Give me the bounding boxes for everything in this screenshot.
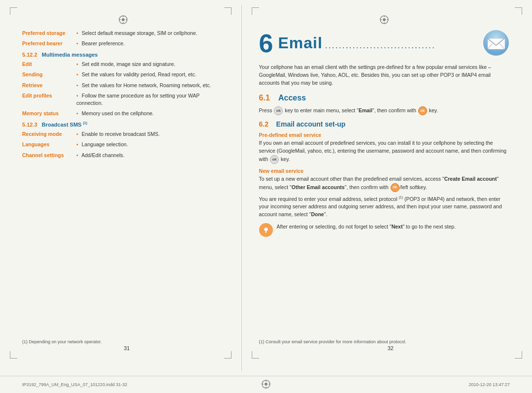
section-513-superscript: (1) [83,121,88,125]
section-61-title: 6.1 Access [259,94,510,102]
term-row-preferred-bearer: Preferred bearer • Bearer preference. [22,40,224,47]
email-icon [483,30,510,57]
desc-edit: • Set edit mode, image size and signatur… [76,61,224,68]
desc-edit-profiles: • Follow the same procedure as for setti… [76,92,224,107]
term-row-receiving-mode: Receiving mode • Enable to receive broad… [22,131,224,138]
svg-point-19 [265,383,267,386]
svg-point-1 [122,18,125,21]
svg-point-7 [383,18,386,21]
main-content: Preferred storage • Select default messa… [0,0,532,376]
right-page: 6 Email ................................ [242,0,532,376]
left-page: Preferred storage • Select default messa… [0,0,241,376]
chapter-dots: ................................ [325,40,435,51]
right-compass-top [259,15,510,26]
newservice-text1: To set up a new email account other than… [259,175,510,192]
footer-compass [261,379,271,390]
section-512-number: 5.12.2 [22,52,37,58]
chapter-header: 6 Email ................................ [259,30,510,57]
desc-preferred-bearer: • Bearer preference. [76,40,224,47]
term-row-sending: Sending • Set the values for validity pe… [22,71,224,78]
label-edit: Edit [22,61,76,68]
intro-text: Your cellphone has an email client with … [259,64,510,87]
tip-svg-icon [262,226,270,234]
label-preferred-bearer: Preferred bearer [22,40,76,47]
section-513-header: 5.12.3 Broadcast SMS (1) [22,121,224,128]
term-row-edit-profiles: Edit profiles • Follow the same procedur… [22,92,224,107]
right-corner-tl [252,7,259,15]
predefined-text: If you own an email account of predefine… [259,139,510,164]
label-edit-profiles: Edit profiles [22,92,76,99]
label-sending: Sending [22,71,76,78]
term-row-memory-status: Memory status • Memory used on the cellp… [22,110,224,117]
label-receiving-mode: Receiving mode [22,131,76,138]
section-62-num: 6.2 [259,120,268,128]
footer-datetime: 2010-12-20 13:47:27 [468,382,510,387]
newservice-text2: You are required to enter your email add… [259,195,510,219]
left-footnote: (1) Depending on your network operator. [22,339,232,344]
footer-right: 2010-12-20 13:47:27 [251,382,522,387]
desc-sending: • Set the values for validity period, Re… [76,71,224,78]
footer-filename: IP3192_799A_UM_Eng_USA_07_101220.indd 31… [22,382,251,387]
corner-bl [10,351,17,359]
label-preferred-storage: Preferred storage [22,30,76,37]
newservice-label: New email service [259,168,510,174]
right-page-num: 32 [259,345,522,351]
label-languages: Languages [22,141,76,148]
left-table: Preferred storage • Select default messa… [22,30,224,159]
chapter-title-area: Email ................................ [278,34,435,52]
email-bold: Email [359,107,372,113]
right-corner-br [515,351,522,359]
term-row-retrieve: Retrieve • Set the values for Home netwo… [22,82,224,89]
label-retrieve: Retrieve [22,82,76,89]
corner-tl [10,7,17,15]
tip-text: After entering or selecting, do not forg… [277,223,510,231]
page-container: Preferred storage • Select default messa… [0,0,532,393]
predefined-label: Pre-defined email service [259,132,510,138]
left-page-num: 31 [22,345,232,351]
ok-button-4: ok [391,183,399,192]
term-row-edit: Edit • Set edit mode, image size and sig… [22,61,224,68]
tip-box: After entering or selecting, do not forg… [259,223,510,237]
desc-languages: • Language selection. [76,141,224,148]
ok-button-2: ok [418,106,427,115]
ok-button-3: ok [270,155,279,164]
chapter-title: Email [278,34,322,52]
section-61-num: 6.1 [259,94,270,102]
ok-button-1: ok [274,106,283,115]
section-61-text: Press ok key to enter main menu, select … [259,106,510,115]
corner-br [224,351,232,359]
tip-icon [259,223,273,237]
desc-receiving-mode: • Enable to receive broadcast SMS. [76,131,224,138]
desc-preferred-storage: • Select default message storage, SIM or… [76,30,224,37]
label-memory-status: Memory status [22,110,76,117]
term-row-preferred-storage: Preferred storage • Select default messa… [22,30,224,37]
term-row-languages: Languages • Language selection. [22,141,224,148]
footer-left: IP3192_799A_UM_Eng_USA_07_101220.indd 31… [10,382,251,387]
term-row-channel-settings: Channel settings • Add/Edit channels. [22,152,224,159]
left-footnote-area: (1) Depending on your network operator. … [22,337,232,351]
right-footnote: (1) Consult your email service provider … [259,339,522,344]
right-compass-icon [379,15,389,25]
section-512-header: 5.12.2 Multimedia messages [22,52,224,58]
footer: IP3192_799A_UM_Eng_USA_07_101220.indd 31… [0,376,532,393]
section-513-number: 5.12.3 [22,122,37,128]
desc-channel-settings: • Add/Edit channels. [76,152,224,159]
email-svg-icon [483,30,510,57]
bullet: • [76,30,78,36]
right-footnote-area: (1) Consult your email service provider … [259,337,522,351]
desc-memory-status: • Memory used on the cellphone. [76,110,224,117]
compass-top [22,15,224,26]
label-channel-settings: Channel settings [22,152,76,159]
right-corner-bl [252,351,259,359]
right-corner-tr [515,7,522,15]
compass-icon [118,15,128,25]
section-62-title: 6.2 Email account set-up [259,120,510,128]
bullet: • [76,40,78,46]
svg-rect-17 [265,232,266,233]
footer-compass-icon [261,379,271,389]
chapter-number: 6 [259,31,273,56]
desc-retrieve: • Set the values for Home network, Roami… [76,82,224,89]
corner-tr [224,7,232,15]
